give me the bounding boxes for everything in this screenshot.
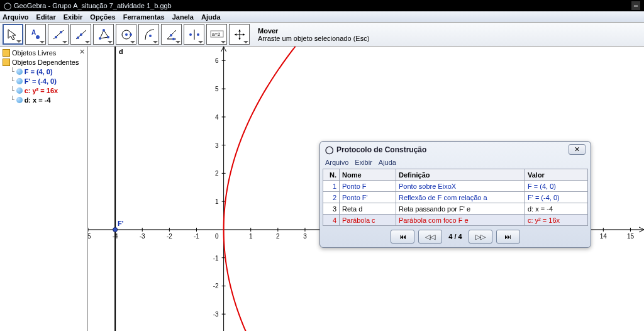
nav-position: 4 / 4 <box>446 230 464 244</box>
object-icon <box>16 97 23 103</box>
app-icon: ◯ <box>4 2 11 10</box>
svg-text:-1: -1 <box>213 255 219 262</box>
svg-text:-5: -5 <box>88 233 91 240</box>
obj-F[interactable]: F = (4, 0) <box>25 68 53 76</box>
tool-hint-sub: Arraste um objeto selecionado (Esc) <box>258 35 369 42</box>
table-row[interactable]: 1Ponto FPonto sobre EixoXF = (4, 0) <box>323 181 588 192</box>
menu-opcoes[interactable]: Opções <box>90 13 115 21</box>
svg-point-6 <box>77 36 79 39</box>
tool-angle[interactable] <box>161 24 182 45</box>
object-icon <box>16 69 23 75</box>
svg-text:14: 14 <box>600 233 608 240</box>
svg-point-18 <box>170 34 172 36</box>
title-bar: ◯ GeoGebra - Grupo A_situação 7_atividad… <box>0 0 644 11</box>
tool-slider[interactable]: a=2 <box>206 24 227 45</box>
svg-point-9 <box>99 37 101 40</box>
svg-text:6: 6 <box>215 57 219 64</box>
protocol-close-button[interactable]: ✕ <box>569 144 586 155</box>
folder-icon <box>3 49 10 57</box>
nav-last-button[interactable]: ⏭ <box>496 230 520 244</box>
protocol-table: N. Nome Definição Valor 1Ponto FPonto so… <box>323 169 588 226</box>
panel-close-icon[interactable]: ✕ <box>79 48 85 56</box>
svg-text:15: 15 <box>627 233 635 240</box>
tool-circle[interactable] <box>116 24 136 45</box>
algebra-panel: ✕ Objetos Livres Objetos Dependentes └F … <box>0 47 88 331</box>
svg-point-19 <box>172 38 175 40</box>
tool-line[interactable] <box>48 24 69 45</box>
svg-point-11 <box>107 36 109 38</box>
svg-text:-2: -2 <box>167 233 172 240</box>
svg-text:-3: -3 <box>140 233 145 240</box>
svg-text:a=2: a=2 <box>212 31 221 37</box>
pmenu-arquivo[interactable]: Arquivo <box>325 159 348 166</box>
nav-next-button[interactable]: ▷▷ <box>469 230 492 244</box>
obj-Fp[interactable]: F' = (-4, 0) <box>25 77 57 85</box>
menu-exibir[interactable]: Exibir <box>64 13 83 21</box>
tool-hint-title: Mover <box>258 27 369 35</box>
folder-icon <box>3 59 10 66</box>
svg-point-22 <box>197 33 199 36</box>
svg-text:3: 3 <box>303 233 307 240</box>
tool-point[interactable]: A <box>25 24 46 45</box>
svg-point-91 <box>113 227 118 232</box>
protocol-title: Protocolo de Construção <box>336 145 426 154</box>
svg-point-7 <box>80 33 82 36</box>
construction-protocol-window[interactable]: ◯Protocolo de Construção ✕ Arquivo Exibi… <box>319 141 591 248</box>
nav-first-button[interactable]: ⏮ <box>391 230 414 244</box>
col-val[interactable]: Valor <box>525 169 588 181</box>
svg-point-14 <box>130 33 132 36</box>
svg-point-15 <box>149 35 152 37</box>
toolbar: A a=2 Mover Arraste um objeto selecionad… <box>0 23 644 47</box>
protocol-nav: ⏮ ◁◁ 4 / 4 ▷▷ ⏭ <box>320 226 591 247</box>
table-row[interactable]: 3Reta dReta passando por F' ed: x = -4 <box>323 203 588 215</box>
window-controls: ━ <box>631 1 640 10</box>
svg-text:3: 3 <box>215 142 219 149</box>
table-row[interactable]: 2Ponto F'Reflexão de F com relação aF' =… <box>323 192 588 203</box>
tool-move[interactable] <box>3 24 23 45</box>
tool-hint: Mover Arraste um objeto selecionado (Esc… <box>258 27 369 42</box>
svg-point-4 <box>60 31 62 33</box>
svg-text:d: d <box>119 48 123 55</box>
nav-prev-button[interactable]: ◁◁ <box>418 230 442 244</box>
svg-text:-2: -2 <box>213 283 219 289</box>
main-area: ✕ Objetos Livres Objetos Dependentes └F … <box>0 47 644 331</box>
tool-conic[interactable] <box>138 24 159 45</box>
tool-polygon[interactable] <box>93 24 114 45</box>
tool-reflect[interactable] <box>184 24 204 45</box>
col-n[interactable]: N. <box>323 169 340 181</box>
object-icon <box>16 78 23 84</box>
pmenu-exibir[interactable]: Exibir <box>355 159 372 166</box>
obj-c[interactable]: c: y² = 16x <box>25 87 58 94</box>
menu-janela[interactable]: Janela <box>172 13 194 21</box>
svg-text:1: 1 <box>215 198 219 205</box>
gear-icon: ◯ <box>325 145 333 154</box>
object-icon <box>16 87 23 94</box>
svg-text:-3: -3 <box>213 311 219 318</box>
tree-free: Objetos Livres <box>12 49 56 57</box>
svg-text:2: 2 <box>276 233 280 240</box>
svg-text:A: A <box>31 29 36 36</box>
menu-arquivo[interactable]: Arquivo <box>3 13 29 21</box>
obj-d[interactable]: d: x = -4 <box>25 96 51 104</box>
table-row[interactable]: 4Parábola cParábola com foco F ec: y² = … <box>323 215 588 226</box>
col-def[interactable]: Definição <box>396 169 525 181</box>
minimize-button[interactable]: ━ <box>631 1 640 10</box>
menu-ferramentas[interactable]: Ferramentas <box>123 13 165 21</box>
menu-editar[interactable]: Editar <box>36 13 56 21</box>
svg-text:5: 5 <box>215 86 219 93</box>
svg-text:2: 2 <box>215 170 219 177</box>
svg-text:0: 0 <box>215 233 219 240</box>
svg-point-1 <box>36 35 40 39</box>
svg-point-10 <box>103 29 105 31</box>
col-nome[interactable]: Nome <box>340 169 396 181</box>
pmenu-ajuda[interactable]: Ajuda <box>379 159 396 166</box>
window-title: GeoGebra - Grupo A_situação 7_atividade … <box>14 2 172 9</box>
tool-movegraph[interactable] <box>229 24 250 45</box>
tool-segment[interactable] <box>70 24 91 45</box>
menu-bar: Arquivo Editar Exibir Opções Ferramentas… <box>0 11 644 23</box>
svg-point-13 <box>125 33 128 36</box>
svg-text:1: 1 <box>249 233 253 240</box>
svg-text:F': F' <box>118 220 124 227</box>
menu-ajuda[interactable]: Ajuda <box>201 13 221 21</box>
svg-point-3 <box>55 36 57 38</box>
